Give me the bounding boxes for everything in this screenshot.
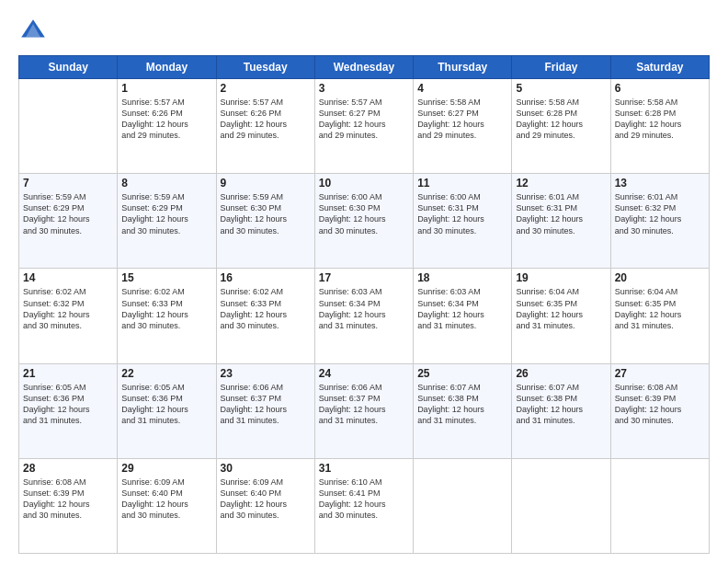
- calendar-header-row: SundayMondayTuesdayWednesdayThursdayFrid…: [19, 56, 710, 79]
- calendar-cell: 12Sunrise: 6:01 AMSunset: 6:31 PMDayligh…: [512, 174, 610, 269]
- day-number: 13: [615, 177, 705, 190]
- calendar-cell: 17Sunrise: 6:03 AMSunset: 6:34 PMDayligh…: [314, 269, 413, 363]
- calendar-cell: 5Sunrise: 5:58 AMSunset: 6:28 PMDaylight…: [512, 79, 610, 174]
- calendar-cell: 22Sunrise: 6:05 AMSunset: 6:36 PMDayligh…: [118, 363, 216, 458]
- calendar-cell: 19Sunrise: 6:04 AMSunset: 6:35 PMDayligh…: [512, 269, 610, 363]
- day-number: 8: [121, 177, 211, 190]
- day-info: Sunrise: 6:00 AMSunset: 6:31 PMDaylight:…: [417, 191, 507, 236]
- day-number: 18: [417, 271, 507, 284]
- calendar-cell: 10Sunrise: 6:00 AMSunset: 6:30 PMDayligh…: [314, 174, 413, 269]
- day-number: 11: [417, 177, 507, 190]
- day-info: Sunrise: 5:59 AMSunset: 6:29 PMDaylight:…: [23, 191, 113, 236]
- day-header-sunday: Sunday: [19, 56, 118, 79]
- calendar-cell: 28Sunrise: 6:08 AMSunset: 6:39 PMDayligh…: [19, 458, 118, 553]
- day-info: Sunrise: 5:58 AMSunset: 6:27 PMDaylight:…: [417, 97, 507, 142]
- day-number: 16: [221, 271, 311, 284]
- day-number: 9: [221, 177, 311, 190]
- day-number: 4: [417, 82, 507, 95]
- calendar-cell: 15Sunrise: 6:02 AMSunset: 6:33 PMDayligh…: [118, 269, 216, 363]
- day-info: Sunrise: 6:02 AMSunset: 6:33 PMDaylight:…: [221, 286, 311, 331]
- day-header-wednesday: Wednesday: [314, 56, 413, 79]
- calendar-cell: 25Sunrise: 6:07 AMSunset: 6:38 PMDayligh…: [414, 363, 512, 458]
- day-info: Sunrise: 6:08 AMSunset: 6:39 PMDaylight:…: [23, 477, 113, 522]
- page: SundayMondayTuesdayWednesdayThursdayFrid…: [0, 0, 728, 563]
- day-info: Sunrise: 5:57 AMSunset: 6:26 PMDaylight:…: [221, 97, 311, 142]
- calendar-table: SundayMondayTuesdayWednesdayThursdayFrid…: [18, 55, 710, 554]
- calendar-cell: 18Sunrise: 6:03 AMSunset: 6:34 PMDayligh…: [414, 269, 512, 363]
- day-number: 22: [121, 367, 211, 380]
- day-number: 15: [121, 271, 211, 284]
- logo-icon: [18, 17, 48, 46]
- calendar-week-4: 28Sunrise: 6:08 AMSunset: 6:39 PMDayligh…: [19, 458, 710, 553]
- calendar-cell: 13Sunrise: 6:01 AMSunset: 6:32 PMDayligh…: [610, 174, 709, 269]
- day-info: Sunrise: 6:03 AMSunset: 6:34 PMDaylight:…: [319, 286, 409, 331]
- day-info: Sunrise: 6:06 AMSunset: 6:37 PMDaylight:…: [319, 382, 409, 427]
- calendar-cell: 26Sunrise: 6:07 AMSunset: 6:38 PMDayligh…: [512, 363, 610, 458]
- day-info: Sunrise: 6:05 AMSunset: 6:36 PMDaylight:…: [121, 382, 211, 427]
- calendar-week-3: 21Sunrise: 6:05 AMSunset: 6:36 PMDayligh…: [19, 363, 710, 458]
- day-number: 21: [23, 367, 113, 380]
- day-info: Sunrise: 6:02 AMSunset: 6:32 PMDaylight:…: [23, 286, 113, 331]
- calendar-cell: 1Sunrise: 5:57 AMSunset: 6:26 PMDaylight…: [118, 79, 216, 174]
- day-info: Sunrise: 6:09 AMSunset: 6:40 PMDaylight:…: [121, 477, 211, 522]
- calendar-cell: 9Sunrise: 5:59 AMSunset: 6:30 PMDaylight…: [216, 174, 314, 269]
- day-info: Sunrise: 6:00 AMSunset: 6:30 PMDaylight:…: [319, 191, 409, 236]
- calendar-cell: 16Sunrise: 6:02 AMSunset: 6:33 PMDayligh…: [216, 269, 314, 363]
- day-header-saturday: Saturday: [610, 56, 709, 79]
- calendar-cell: 24Sunrise: 6:06 AMSunset: 6:37 PMDayligh…: [314, 363, 413, 458]
- day-header-monday: Monday: [118, 56, 216, 79]
- day-header-tuesday: Tuesday: [216, 56, 314, 79]
- calendar-cell: 4Sunrise: 5:58 AMSunset: 6:27 PMDaylight…: [414, 79, 512, 174]
- calendar-cell: 11Sunrise: 6:00 AMSunset: 6:31 PMDayligh…: [414, 174, 512, 269]
- day-header-friday: Friday: [512, 56, 610, 79]
- day-info: Sunrise: 6:02 AMSunset: 6:33 PMDaylight:…: [121, 286, 211, 331]
- calendar-cell: 23Sunrise: 6:06 AMSunset: 6:37 PMDayligh…: [216, 363, 314, 458]
- day-info: Sunrise: 5:58 AMSunset: 6:28 PMDaylight:…: [615, 97, 705, 142]
- calendar-week-0: 1Sunrise: 5:57 AMSunset: 6:26 PMDaylight…: [19, 79, 710, 174]
- day-number: 20: [615, 271, 705, 284]
- calendar-cell: 27Sunrise: 6:08 AMSunset: 6:39 PMDayligh…: [610, 363, 709, 458]
- calendar-cell: 20Sunrise: 6:04 AMSunset: 6:35 PMDayligh…: [610, 269, 709, 363]
- day-number: 25: [417, 367, 507, 380]
- calendar-cell: [19, 79, 118, 174]
- day-info: Sunrise: 6:04 AMSunset: 6:35 PMDaylight:…: [516, 286, 606, 331]
- calendar-cell: 29Sunrise: 6:09 AMSunset: 6:40 PMDayligh…: [118, 458, 216, 553]
- calendar-cell: 6Sunrise: 5:58 AMSunset: 6:28 PMDaylight…: [610, 79, 709, 174]
- day-number: 31: [319, 462, 409, 475]
- day-number: 23: [221, 367, 311, 380]
- day-info: Sunrise: 5:57 AMSunset: 6:27 PMDaylight:…: [319, 97, 409, 142]
- day-number: 2: [221, 82, 311, 95]
- day-number: 28: [23, 462, 113, 475]
- day-number: 6: [615, 82, 705, 95]
- calendar-week-2: 14Sunrise: 6:02 AMSunset: 6:32 PMDayligh…: [19, 269, 710, 363]
- day-number: 12: [516, 177, 606, 190]
- day-number: 3: [319, 82, 409, 95]
- day-info: Sunrise: 6:04 AMSunset: 6:35 PMDaylight:…: [615, 286, 705, 331]
- calendar-cell: 7Sunrise: 5:59 AMSunset: 6:29 PMDaylight…: [19, 174, 118, 269]
- calendar-cell: [512, 458, 610, 553]
- day-info: Sunrise: 5:57 AMSunset: 6:26 PMDaylight:…: [121, 97, 211, 142]
- day-number: 1: [121, 82, 211, 95]
- logo: [18, 17, 51, 46]
- header: [18, 17, 710, 46]
- day-number: 7: [23, 177, 113, 190]
- calendar-cell: 14Sunrise: 6:02 AMSunset: 6:32 PMDayligh…: [19, 269, 118, 363]
- day-info: Sunrise: 5:59 AMSunset: 6:29 PMDaylight:…: [121, 191, 211, 236]
- day-number: 10: [319, 177, 409, 190]
- calendar-cell: 30Sunrise: 6:09 AMSunset: 6:40 PMDayligh…: [216, 458, 314, 553]
- day-info: Sunrise: 6:05 AMSunset: 6:36 PMDaylight:…: [23, 382, 113, 427]
- day-info: Sunrise: 5:58 AMSunset: 6:28 PMDaylight:…: [516, 97, 606, 142]
- day-number: 19: [516, 271, 606, 284]
- day-number: 29: [121, 462, 211, 475]
- day-info: Sunrise: 6:03 AMSunset: 6:34 PMDaylight:…: [417, 286, 507, 331]
- day-number: 14: [23, 271, 113, 284]
- day-info: Sunrise: 6:01 AMSunset: 6:31 PMDaylight:…: [516, 191, 606, 236]
- day-number: 27: [615, 367, 705, 380]
- day-number: 5: [516, 82, 606, 95]
- day-info: Sunrise: 6:09 AMSunset: 6:40 PMDaylight:…: [221, 477, 311, 522]
- day-info: Sunrise: 5:59 AMSunset: 6:30 PMDaylight:…: [221, 191, 311, 236]
- calendar-cell: 8Sunrise: 5:59 AMSunset: 6:29 PMDaylight…: [118, 174, 216, 269]
- day-number: 26: [516, 367, 606, 380]
- calendar-cell: [414, 458, 512, 553]
- day-header-thursday: Thursday: [414, 56, 512, 79]
